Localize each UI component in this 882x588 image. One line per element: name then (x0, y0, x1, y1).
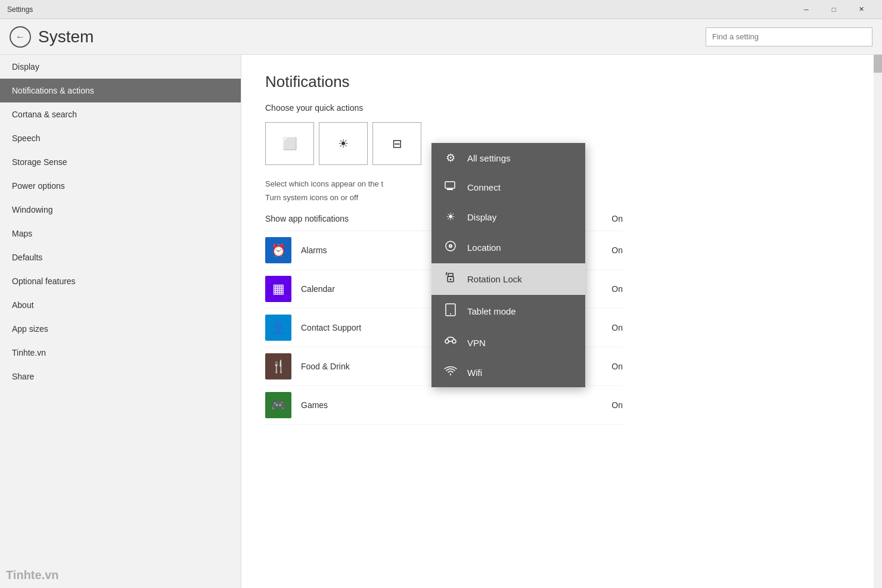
sidebar-item-defaults[interactable]: Defaults (0, 245, 241, 269)
dropdown-item-wifi-label: Wifi (467, 368, 482, 378)
quick-action-monitor[interactable]: ⬜ (265, 122, 314, 165)
back-icon: ← (15, 32, 25, 42)
minimize-button[interactable]: ─ (793, 0, 820, 19)
dropdown-item-tablet-mode[interactable]: Tablet mode (431, 295, 585, 328)
dropdown-item-location[interactable]: Location (431, 232, 585, 263)
header: ← System (0, 19, 882, 55)
sidebar-item-share[interactable]: Share (0, 365, 241, 388)
sidebar-item-maps[interactable]: Maps (0, 222, 241, 245)
games-icon: 🎮 (265, 392, 291, 418)
display-brightness-icon: ☀ (443, 210, 458, 223)
dropdown-item-all-settings-label: All settings (467, 153, 511, 163)
sidebar-item-tinhte[interactable]: Tinhte.vn (0, 341, 241, 365)
dropdown-item-tablet-mode-label: Tablet mode (467, 306, 516, 316)
sidebar-item-about[interactable]: About (0, 293, 241, 317)
dropdown-item-rotation-lock[interactable]: Rotation Lock (431, 263, 585, 295)
dropdown-item-rotation-lock-label: Rotation Lock (467, 274, 522, 284)
dropdown-item-connect[interactable]: Connect (431, 173, 585, 202)
monitor-icon: ⬜ (282, 136, 297, 151)
contact-support-icon: 👤 (265, 315, 291, 341)
sidebar-item-notifications[interactable]: Notifications & actions (0, 79, 241, 102)
contact-support-toggle[interactable]: On (611, 323, 623, 332)
dropdown-item-wifi[interactable]: Wifi (431, 358, 585, 387)
page-title: System (38, 27, 706, 46)
dropdown-item-location-label: Location (467, 242, 501, 253)
close-button[interactable]: ✕ (847, 0, 875, 19)
duplicate-icon: ⊟ (392, 136, 402, 151)
quick-actions-label: Choose your quick actions (265, 103, 858, 113)
svg-point-4 (450, 245, 451, 247)
maximize-button[interactable]: □ (820, 0, 847, 19)
dropdown-item-display-label: Display (467, 212, 496, 222)
food-drink-icon: 🍴 (265, 353, 291, 379)
sidebar-item-storage[interactable]: Storage Sense (0, 150, 241, 174)
dropdown-item-connect-label: Connect (467, 182, 501, 192)
svg-rect-0 (445, 182, 455, 188)
calendar-toggle[interactable]: On (611, 284, 623, 294)
connect-icon (443, 181, 458, 194)
scrollbar-thumb[interactable] (874, 55, 882, 73)
alarms-icon: ⏰ (265, 237, 291, 263)
content-title: Notifications (265, 73, 858, 91)
watermark: Tinhte.vn (6, 568, 59, 582)
sidebar-item-cortana[interactable]: Cortana & search (0, 102, 241, 126)
show-app-notifications-label: Show app notifications (265, 214, 349, 223)
sidebar-item-optional[interactable]: Optional features (0, 269, 241, 293)
dropdown-item-vpn-label: VPN (467, 338, 486, 348)
tablet-mode-icon (443, 303, 458, 319)
svg-point-10 (452, 340, 456, 343)
games-label: Games (301, 400, 611, 410)
sidebar: DisplayNotifications & actionsCortana & … (0, 55, 241, 588)
food-drink-toggle[interactable]: On (611, 362, 623, 371)
show-app-notifications-value[interactable]: On (611, 214, 623, 223)
app-item-games[interactable]: 🎮 Games On (265, 386, 623, 425)
dropdown-item-display[interactable]: ☀ Display (431, 202, 585, 232)
sidebar-item-power[interactable]: Power options (0, 174, 241, 198)
sidebar-item-display[interactable]: Display (0, 55, 241, 79)
svg-point-8 (450, 313, 451, 315)
brightness-icon: ☀ (338, 136, 349, 151)
quick-action-duplicate[interactable]: ⊟ (372, 122, 421, 165)
sidebar-item-speech[interactable]: Speech (0, 126, 241, 150)
all-settings-icon: ⚙ (443, 151, 458, 164)
back-button[interactable]: ← (10, 26, 31, 48)
quick-actions-dropdown: ⚙ All settings Connect ☀ Display Locatio… (431, 143, 585, 387)
window-title: Settings (7, 5, 33, 14)
sidebar-item-windowing[interactable]: Windowing (0, 198, 241, 222)
rotation-lock-icon (443, 272, 458, 287)
scrollbar-track[interactable] (874, 55, 882, 588)
dropdown-item-all-settings[interactable]: ⚙ All settings (431, 143, 585, 173)
alarms-toggle[interactable]: On (611, 245, 623, 255)
svg-point-6 (450, 279, 452, 281)
quick-action-brightness[interactable]: ☀ (319, 122, 368, 165)
search-input[interactable] (706, 27, 872, 46)
window-controls: ─ □ ✕ (793, 0, 875, 19)
vpn-icon (443, 336, 458, 350)
svg-point-9 (445, 340, 449, 343)
calendar-icon: ▦ (265, 276, 291, 302)
games-toggle[interactable]: On (611, 400, 623, 410)
title-bar: Settings ─ □ ✕ (0, 0, 882, 19)
dropdown-item-vpn[interactable]: VPN (431, 328, 585, 358)
location-icon (443, 240, 458, 255)
wifi-icon (443, 366, 458, 379)
sidebar-item-appsizes[interactable]: App sizes (0, 317, 241, 341)
svg-rect-1 (447, 189, 453, 190)
